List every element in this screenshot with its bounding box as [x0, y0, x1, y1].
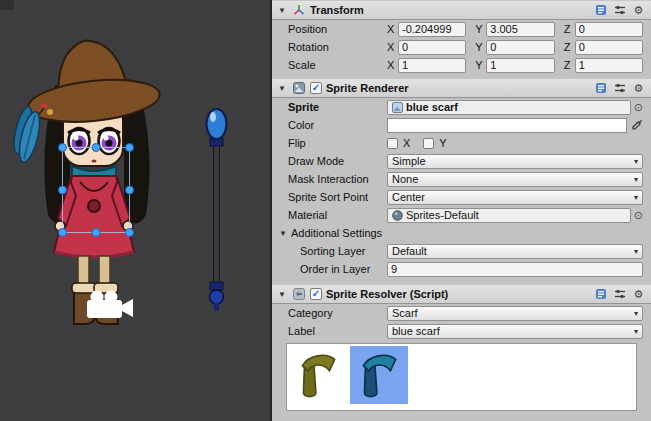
sprite-variant-strip	[286, 343, 637, 411]
sorting-layer-row: Sorting Layer Default ▾	[272, 242, 651, 260]
preset-icon[interactable]	[612, 3, 627, 17]
character-sprite[interactable]	[9, 33, 162, 324]
position-x-field[interactable]	[398, 22, 466, 37]
flip-y-checkbox[interactable]	[423, 138, 434, 149]
sorting-layer-value: Default	[392, 245, 634, 257]
scale-x-field[interactable]	[398, 58, 466, 73]
x-axis-label: X	[387, 23, 396, 35]
additional-settings-foldout[interactable]: ▼ Additional Settings	[272, 224, 651, 242]
x-axis-label: X	[387, 41, 396, 53]
flip-y-label: Y	[439, 137, 446, 149]
gear-menu-icon[interactable]: ⚙	[631, 287, 646, 301]
feather	[9, 105, 45, 164]
scale-y-field[interactable]	[486, 58, 554, 73]
rotation-row: Rotation X Y Z	[272, 38, 651, 56]
order-in-layer-label: Order in Layer	[300, 263, 384, 275]
transform-title: Transform	[310, 4, 364, 16]
chevron-down-icon: ▾	[634, 193, 638, 202]
flip-x-label: X	[403, 137, 410, 149]
sprite-sort-point-row: Sprite Sort Point Center ▾	[272, 188, 651, 206]
sprite-sort-point-dropdown[interactable]: Center ▾	[387, 190, 643, 205]
mask-interaction-label: Mask Interaction	[288, 173, 384, 185]
x-axis-label: X	[387, 59, 396, 71]
gear-menu-icon[interactable]: ⚙	[631, 81, 646, 95]
label-label: Label	[288, 325, 384, 337]
y-axis-label: Y	[475, 41, 484, 53]
help-icon[interactable]	[593, 287, 608, 301]
gear-menu-icon[interactable]: ⚙	[631, 3, 646, 17]
help-icon[interactable]	[593, 3, 608, 17]
draw-mode-label: Draw Mode	[288, 155, 384, 167]
preset-icon[interactable]	[612, 81, 627, 95]
position-label: Position	[288, 23, 384, 35]
sprite-value: blue scarf	[406, 101, 627, 113]
z-axis-label: Z	[564, 23, 573, 35]
hat-bead-yellow	[47, 109, 53, 115]
sprite-thumbnail-olive-scarf[interactable]	[289, 346, 347, 404]
category-dropdown[interactable]: Scarf ▾	[387, 306, 643, 321]
sprite-resolver-title: Sprite Resolver (Script)	[326, 288, 448, 300]
color-row: Color	[272, 116, 651, 134]
sprite-renderer-header[interactable]: ▼ ✓ Sprite Renderer ⚙	[272, 78, 651, 98]
sprite-object-field[interactable]: blue scarf	[387, 100, 631, 115]
chevron-down-icon: ▾	[634, 175, 638, 184]
mask-interaction-dropdown[interactable]: None ▾	[387, 172, 643, 187]
sprite-thumbnail-blue-scarf[interactable]	[350, 346, 408, 404]
sprite-resolver-script-icon	[291, 287, 306, 301]
color-label: Color	[288, 119, 384, 131]
sprite-renderer-title: Sprite Renderer	[326, 82, 409, 94]
category-value: Scarf	[392, 307, 634, 319]
category-row: Category Scarf ▾	[272, 304, 651, 322]
help-icon[interactable]	[593, 81, 608, 95]
color-swatch-field[interactable]	[387, 118, 627, 133]
scale-row: Scale X Y Z	[272, 56, 651, 74]
sorting-layer-label: Sorting Layer	[300, 245, 384, 257]
y-axis-label: Y	[475, 59, 484, 71]
category-label: Category	[288, 307, 384, 319]
sprite-renderer-enabled-checkbox[interactable]: ✓	[310, 82, 322, 94]
rotation-x-field[interactable]	[398, 40, 466, 55]
preset-icon[interactable]	[612, 287, 627, 301]
chevron-down-icon: ▾	[634, 157, 638, 166]
transform-header[interactable]: ▼ Transform ⚙	[272, 0, 651, 20]
sorting-layer-dropdown[interactable]: Default ▾	[387, 244, 643, 259]
unity-editor: ▼ Transform ⚙ Position X Y Z Rotation	[0, 0, 651, 421]
camera-gizmo-icon[interactable]	[87, 291, 133, 319]
mask-interaction-row: Mask Interaction None ▾	[272, 170, 651, 188]
scene-corner-decoration	[0, 0, 14, 10]
scale-z-field[interactable]	[575, 58, 643, 73]
position-y-field[interactable]	[486, 22, 554, 37]
z-axis-label: Z	[564, 41, 573, 53]
chevron-down-icon: ▾	[634, 247, 638, 256]
sprite-thumbnail-icon	[391, 100, 403, 114]
foldout-icon[interactable]: ▼	[277, 84, 287, 93]
mouth	[92, 160, 97, 163]
sprite-resolver-header[interactable]: ▼ ✓ Sprite Resolver (Script) ⚙	[272, 284, 651, 304]
order-in-layer-field[interactable]	[387, 262, 643, 277]
foldout-icon[interactable]: ▼	[277, 6, 287, 15]
label-value: blue scarf	[392, 325, 634, 337]
material-sphere-icon	[391, 208, 403, 222]
rotation-y-field[interactable]	[486, 40, 554, 55]
eyedropper-icon[interactable]	[630, 118, 643, 132]
foldout-icon[interactable]: ▼	[278, 229, 288, 238]
position-z-field[interactable]	[575, 22, 643, 37]
inspector-panel: ▼ Transform ⚙ Position X Y Z Rotation	[270, 0, 651, 421]
flip-x-checkbox[interactable]	[387, 138, 398, 149]
sprite-resolver-enabled-checkbox[interactable]: ✓	[310, 288, 322, 300]
rotation-z-field[interactable]	[575, 40, 643, 55]
foldout-icon[interactable]: ▼	[277, 290, 287, 299]
scene-view[interactable]	[0, 0, 270, 421]
label-dropdown[interactable]: blue scarf ▾	[387, 324, 643, 339]
draw-mode-value: Simple	[392, 155, 634, 167]
staff-sprite[interactable]	[207, 109, 227, 311]
chevron-down-icon: ▾	[634, 309, 638, 318]
label-row: Label blue scarf ▾	[272, 322, 651, 340]
order-in-layer-row: Order in Layer	[272, 260, 651, 278]
object-picker-icon[interactable]: ⊙	[634, 102, 643, 113]
object-picker-icon[interactable]: ⊙	[634, 210, 643, 221]
material-object-field[interactable]: Sprites-Default	[387, 208, 631, 223]
draw-mode-dropdown[interactable]: Simple ▾	[387, 154, 643, 169]
additional-settings-label: Additional Settings	[291, 227, 382, 239]
draw-mode-row: Draw Mode Simple ▾	[272, 152, 651, 170]
